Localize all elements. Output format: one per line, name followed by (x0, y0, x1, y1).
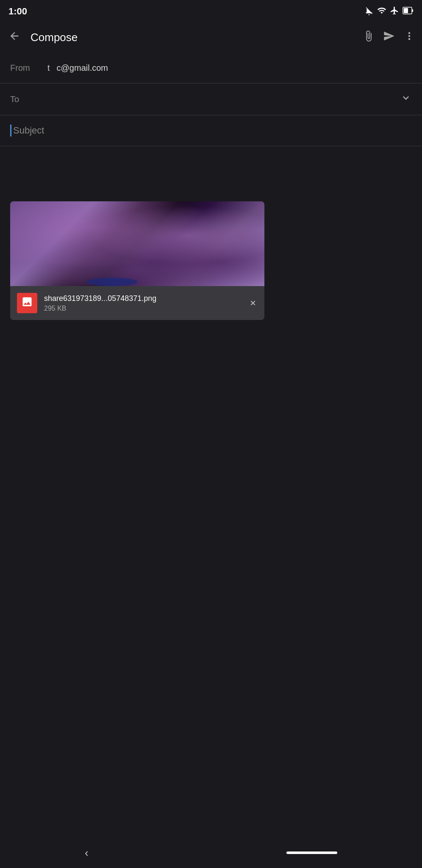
attachment-info-bar: share631973189...05748371.png 295 KB × (10, 286, 264, 320)
back-button[interactable] (7, 28, 22, 47)
status-bar: 1:00 (0, 0, 422, 22)
status-time: 1:00 (8, 6, 27, 17)
subject-field[interactable]: Subject (0, 115, 422, 146)
to-label: To (10, 95, 44, 104)
email-body[interactable] (0, 146, 422, 197)
app-bar: Compose (0, 22, 422, 53)
svg-rect-1 (412, 9, 413, 12)
app-bar-actions (363, 30, 415, 45)
svg-rect-2 (404, 8, 408, 13)
notification-muted-icon (364, 6, 374, 17)
status-icons (364, 6, 414, 17)
from-initial: t (47, 63, 50, 73)
attachment-size: 295 KB (44, 305, 242, 312)
bottom-navigation: ‹ (0, 837, 422, 868)
airplane-mode-icon (390, 6, 399, 17)
page-title: Compose (31, 31, 354, 44)
attachment-container: share631973189...05748371.png 295 KB × (10, 201, 264, 320)
from-field[interactable]: From t c@gmail.com (0, 53, 422, 83)
home-indicator[interactable] (286, 851, 337, 854)
attachment-details: share631973189...05748371.png 295 KB (44, 294, 242, 312)
from-email: c@gmail.com (57, 63, 108, 73)
to-field[interactable]: To (0, 83, 422, 115)
system-back-button[interactable]: ‹ (85, 846, 89, 860)
attachment-remove-button[interactable]: × (248, 295, 258, 311)
attachment-image-preview (10, 201, 264, 286)
attachment-file-icon (17, 293, 37, 313)
more-options-icon[interactable] (403, 30, 415, 45)
attach-icon[interactable] (363, 30, 375, 45)
battery-icon (403, 6, 414, 17)
expand-recipients-icon[interactable] (400, 92, 412, 106)
wifi-icon (377, 6, 386, 17)
from-label: From (10, 63, 44, 73)
send-icon[interactable] (383, 30, 395, 45)
text-cursor (10, 125, 11, 136)
attachment-filename: share631973189...05748371.png (44, 294, 242, 303)
image-icon (21, 296, 33, 310)
subject-placeholder: Subject (13, 125, 44, 136)
